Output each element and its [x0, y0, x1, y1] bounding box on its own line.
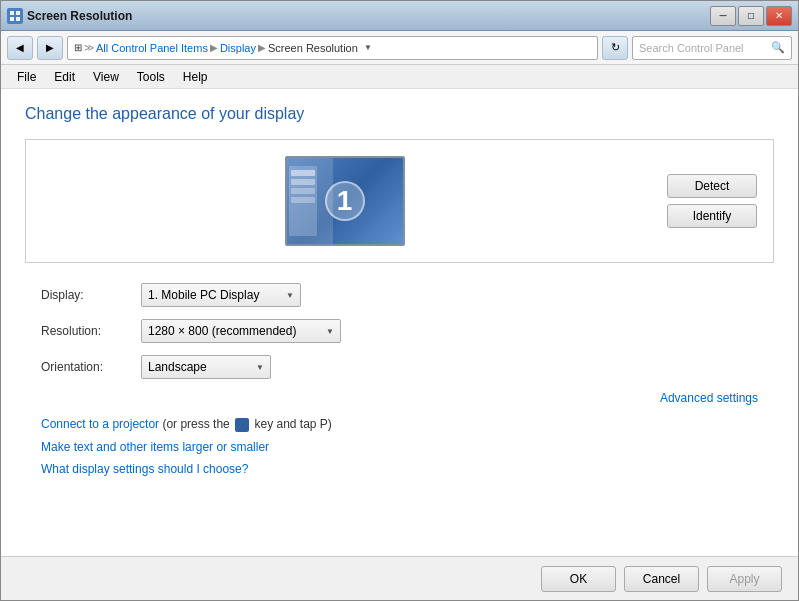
window-controls: ─ □ ✕ [710, 6, 792, 26]
resolution-dropdown[interactable]: 1280 × 800 (recommended) ▼ [141, 319, 341, 343]
display-row: Display: 1. Mobile PC Display ▼ [25, 283, 774, 307]
monitor-display: 1 [285, 156, 405, 246]
resolution-row: Resolution: 1280 × 800 (recommended) ▼ [25, 319, 774, 343]
orientation-dropdown-arrow: ▼ [256, 363, 264, 372]
monitor-buttons: Detect Identify [667, 174, 757, 228]
search-placeholder: Search Control Panel [639, 42, 744, 54]
orientation-value: Landscape [148, 360, 207, 374]
breadcrumb-icon: ⊞ [74, 42, 82, 53]
display-dropdown[interactable]: 1. Mobile PC Display ▼ [141, 283, 301, 307]
forward-button[interactable]: ▶ [37, 36, 63, 60]
menu-view[interactable]: View [85, 68, 127, 86]
menu-help[interactable]: Help [175, 68, 216, 86]
link-section: Connect to a projector (or press the key… [25, 417, 774, 476]
breadcrumb-current: Screen Resolution [268, 42, 358, 54]
title-bar: Screen Resolution ─ □ ✕ [1, 1, 798, 31]
orientation-dropdown[interactable]: Landscape ▼ [141, 355, 271, 379]
svg-rect-2 [10, 17, 14, 21]
orientation-row: Orientation: Landscape ▼ [25, 355, 774, 379]
breadcrumb: ⊞ ≫ All Control Panel Items ▶ Display ▶ … [67, 36, 598, 60]
display-value: 1. Mobile PC Display [148, 288, 259, 302]
title-bar-left: Screen Resolution [7, 8, 132, 24]
projector-link-suffix: (or press the [162, 417, 233, 431]
orientation-label: Orientation: [41, 360, 141, 374]
window: Screen Resolution ─ □ ✕ ◀ ▶ ⊞ ≫ All Cont… [0, 0, 799, 601]
projector-link[interactable]: Connect to a projector [41, 417, 159, 431]
ok-button[interactable]: OK [541, 566, 616, 592]
window-title: Screen Resolution [27, 9, 132, 23]
apply-button[interactable]: Apply [707, 566, 782, 592]
display-dropdown-arrow: ▼ [286, 291, 294, 300]
advanced-settings-link[interactable]: Advanced settings [25, 391, 774, 405]
breadcrumb-sep-1: ≫ [84, 42, 94, 53]
search-icon[interactable]: 🔍 [771, 41, 785, 54]
control-panel-icon [7, 8, 23, 24]
breadcrumb-controlpanel[interactable]: All Control Panel Items [96, 42, 208, 54]
breadcrumb-display[interactable]: Display [220, 42, 256, 54]
minimize-button[interactable]: ─ [710, 6, 736, 26]
resolution-label: Resolution: [41, 324, 141, 338]
monitor-number: 1 [325, 181, 365, 221]
advanced-link-text[interactable]: Advanced settings [660, 391, 758, 405]
identify-button[interactable]: Identify [667, 204, 757, 228]
menu-edit[interactable]: Edit [46, 68, 83, 86]
windows-key-icon [235, 418, 249, 432]
maximize-button[interactable]: □ [738, 6, 764, 26]
projector-link-suffix2: key and tap P) [254, 417, 331, 431]
monitor-area: 1 Detect Identify [25, 139, 774, 263]
text-size-link-row: Make text and other items larger or smal… [41, 440, 774, 454]
search-box[interactable]: Search Control Panel 🔍 [632, 36, 792, 60]
resolution-dropdown-arrow: ▼ [326, 327, 334, 336]
projector-link-row: Connect to a projector (or press the key… [41, 417, 774, 432]
resolution-value: 1280 × 800 (recommended) [148, 324, 296, 338]
display-label: Display: [41, 288, 141, 302]
breadcrumb-dropdown[interactable]: ▼ [360, 38, 376, 58]
menu-bar: File Edit View Tools Help [1, 65, 798, 89]
svg-rect-1 [16, 11, 20, 15]
refresh-button[interactable]: ↻ [602, 36, 628, 60]
cancel-button[interactable]: Cancel [624, 566, 699, 592]
text-size-link[interactable]: Make text and other items larger or smal… [41, 440, 269, 454]
back-button[interactable]: ◀ [7, 36, 33, 60]
svg-rect-3 [16, 17, 20, 21]
main-content: Change the appearance of your display 1 … [1, 89, 798, 556]
breadcrumb-sep-3: ▶ [258, 42, 266, 53]
display-settings-link[interactable]: What display settings should I choose? [41, 462, 248, 476]
close-button[interactable]: ✕ [766, 6, 792, 26]
bottom-bar: OK Cancel Apply [1, 556, 798, 600]
menu-tools[interactable]: Tools [129, 68, 173, 86]
detect-button[interactable]: Detect [667, 174, 757, 198]
monitor-preview: 1 [42, 156, 647, 246]
breadcrumb-sep-2: ▶ [210, 42, 218, 53]
address-bar: ◀ ▶ ⊞ ≫ All Control Panel Items ▶ Displa… [1, 31, 798, 65]
page-title: Change the appearance of your display [25, 105, 774, 123]
svg-rect-0 [10, 11, 14, 15]
menu-file[interactable]: File [9, 68, 44, 86]
display-settings-link-row: What display settings should I choose? [41, 462, 774, 476]
